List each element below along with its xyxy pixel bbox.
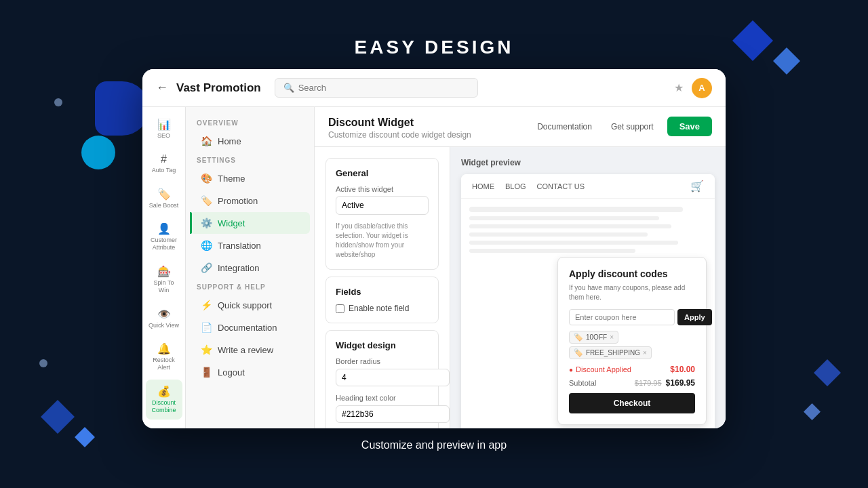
active-widget-select[interactable]: Active Inactive	[336, 196, 429, 215]
saleboost-label: Sale Boost	[149, 202, 179, 209]
sidebar-item-customer[interactable]: 👤 Customer Attribute	[146, 217, 182, 257]
bg-crystal-1	[732, 20, 773, 61]
nav-home-label: Home	[218, 136, 241, 146]
sidebar-item-spin[interactable]: 🎰 Spin To Win	[146, 260, 182, 300]
sidebar-item-seo[interactable]: 📊 SEO	[146, 113, 182, 145]
settings-panel: General Active this widget Active Inacti…	[315, 147, 450, 428]
tag-icon-shipping: 🏷️	[574, 348, 583, 357]
documentation-button[interactable]: Documentation	[532, 119, 597, 134]
preview-panel: Widget preview HOME BLOG CONTACT US 🛒	[450, 147, 726, 428]
sidebar-item-saleboost[interactable]: 🏷️ Sale Boost	[146, 182, 182, 215]
nav-home-preview[interactable]: HOME	[472, 182, 494, 190]
apply-button[interactable]: Apply	[677, 309, 712, 325]
tag-label-10off: 10OFF	[586, 333, 607, 341]
get-support-button[interactable]: Get support	[606, 119, 659, 134]
nav-documentation[interactable]: 📄 Documentation	[190, 317, 310, 338]
heading-color-label: Heading text color	[336, 394, 429, 402]
search-bar: 🔍	[275, 78, 478, 98]
content-area: General Active this widget Active Inacti…	[315, 147, 726, 428]
nav-review[interactable]: ⭐ Write a review	[190, 339, 310, 361]
sidebar-item-coupon[interactable]: 🎫 Coupon Generator	[146, 422, 182, 428]
nav-blog-preview[interactable]: BLOG	[505, 182, 526, 190]
avatar[interactable]: A	[692, 78, 712, 98]
sidebar-item-restock[interactable]: 🔔 Restock Alert	[146, 337, 182, 377]
coupon-input[interactable]	[569, 309, 675, 325]
tag-icon-10off: 🏷️	[574, 333, 583, 342]
home-icon: 🏠	[201, 136, 212, 146]
seo-label: SEO	[157, 132, 170, 140]
tag-close-shipping[interactable]: ×	[643, 349, 647, 357]
nav-theme[interactable]: 🎨 Theme	[190, 167, 310, 189]
nav-logout-label: Logout	[218, 367, 245, 378]
active-hint: If you disable/active this selection. Yo…	[336, 222, 429, 260]
preview-browser: HOME BLOG CONTACT US 🛒	[461, 174, 715, 428]
discount-applied-text: Discount Applied	[576, 365, 631, 373]
save-button[interactable]: Save	[667, 117, 712, 136]
page-line-3	[469, 224, 671, 228]
customer-label: Customer Attribute	[149, 237, 180, 251]
customer-icon: 👤	[157, 222, 171, 235]
tag-close-10off[interactable]: ×	[610, 333, 614, 341]
border-radius-input[interactable]	[336, 369, 450, 386]
cart-icon[interactable]: 🛒	[690, 180, 704, 192]
page-line-4	[469, 232, 648, 237]
sidebar-item-quickview[interactable]: 👁️ Quick View	[146, 302, 182, 335]
nav-quick-support-label: Quick support	[218, 300, 272, 310]
autotag-icon: #	[161, 153, 167, 165]
bg-crystal-3	[41, 400, 75, 434]
subtotal-label: Subtotal	[569, 379, 596, 387]
discount-icon: 💰	[157, 385, 171, 398]
top-bar: ← Vast Promotion 🔍 ★ A	[142, 69, 726, 107]
nav-home[interactable]: 🏠 Home	[190, 130, 310, 152]
price-old: $179.95	[635, 379, 662, 387]
bg-orb-1	[95, 81, 149, 136]
panel-title-group: Discount Widget Customize discount code …	[328, 117, 471, 140]
nav-translation-label: Translation	[218, 241, 261, 251]
support-section-label: SUPPORT & HELP	[186, 279, 314, 293]
price-row: $179.95 $169.95	[635, 378, 695, 388]
nav-quick-support[interactable]: ⚡ Quick support	[190, 294, 310, 316]
heading-color-group: Heading text color	[336, 394, 429, 424]
bg-crystal-5	[804, 403, 821, 420]
enable-note-checkbox[interactable]	[336, 304, 344, 313]
widget-icon: ⚙️	[201, 218, 212, 228]
app-window: ← Vast Promotion 🔍 ★ A 📊 SEO # Auto Tag …	[142, 69, 726, 428]
fields-title: Fields	[336, 287, 429, 297]
theme-icon: 🎨	[201, 173, 212, 184]
main-content: 📊 SEO # Auto Tag 🏷️ Sale Boost 👤 Custome…	[142, 107, 726, 428]
overview-section-label: OVERVIEW	[186, 115, 314, 129]
coupon-input-row: Apply	[569, 309, 695, 325]
discount-applied-label: ● Discount Applied	[569, 365, 631, 373]
review-icon: ⭐	[201, 344, 212, 355]
panel-header: Discount Widget Customize discount code …	[315, 107, 726, 147]
checkout-button[interactable]: Checkout	[569, 393, 695, 413]
border-radius-row: px ▲ ▼	[336, 368, 429, 387]
nav-widget[interactable]: ⚙️ Widget	[190, 212, 310, 234]
saleboost-icon: 🏷️	[157, 188, 171, 201]
back-button[interactable]: ←	[156, 81, 168, 95]
nav-translation[interactable]: 🌐 Translation	[190, 235, 310, 256]
restock-icon: 🔔	[157, 342, 171, 355]
main-panel: Discount Widget Customize discount code …	[315, 107, 726, 428]
active-widget-group: Active this widget Active Inactive	[336, 185, 429, 215]
discount-dot: ●	[569, 366, 573, 373]
nav-documentation-label: Documentation	[218, 323, 277, 333]
page-title: EASY DESIGN	[355, 37, 514, 58]
nav-promotion[interactable]: 🏷️ Promotion	[190, 190, 310, 211]
coupon-tag-shipping: 🏷️ FREE_SHIPPING ×	[569, 346, 652, 359]
bg-dot-1	[54, 98, 62, 106]
sidebar-item-autotag[interactable]: # Auto Tag	[146, 148, 182, 180]
general-section: General Active this widget Active Inacti…	[326, 158, 439, 270]
nav-contact-preview[interactable]: CONTACT US	[537, 182, 585, 190]
browser-nav: HOME BLOG CONTACT US 🛒	[461, 174, 715, 199]
bg-dot-2	[39, 359, 47, 367]
search-input[interactable]	[298, 83, 469, 93]
sidebar-item-discount[interactable]: 💰 Discount Combine	[146, 380, 182, 420]
widget-design-title: Widget design	[336, 340, 429, 350]
border-radius-group: Border radius px ▲ ▼	[336, 357, 429, 387]
nav-logout[interactable]: 🚪 Logout	[190, 361, 310, 383]
border-radius-label: Border radius	[336, 357, 429, 365]
star-button[interactable]: ★	[674, 81, 684, 94]
nav-integration[interactable]: 🔗 Integration	[190, 257, 310, 279]
color-input[interactable]	[336, 405, 450, 423]
